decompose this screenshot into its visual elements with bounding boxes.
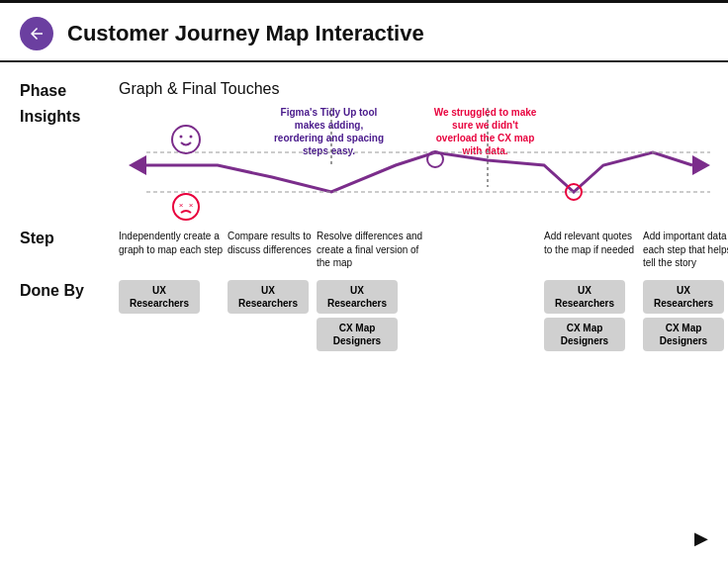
step-label: Step [20, 230, 119, 247]
badge-1-1: UXResearchers [119, 280, 200, 314]
steps-container: Independently create a graph to map each… [119, 230, 728, 270]
cursor-arrow: ▶ [694, 527, 708, 549]
badge-2-1: UXResearchers [228, 280, 309, 314]
insights-label: Insights [20, 106, 119, 126]
doneby-col-5: UXResearchers CX MapDesigners [544, 280, 643, 351]
doneby-label: Done By [20, 280, 119, 300]
svg-point-4 [172, 126, 200, 153]
doneby-col-1: UXResearchers [119, 280, 228, 314]
insights-row: Insights Figma's Tidy Up tool makes addi… [20, 106, 708, 222]
badge-3-2: CX MapDesigners [317, 318, 398, 351]
badge-5-1: UXResearchers [544, 280, 625, 314]
doneby-col-2: UXResearchers [228, 280, 317, 314]
journey-map-svg: × × [119, 108, 728, 222]
page-title: Customer Journey Map Interactive [67, 21, 424, 47]
step-gap [430, 230, 544, 270]
phase-label: Phase [20, 80, 119, 100]
doneby-col-6: UXResearchers CX MapDesigners [643, 280, 728, 351]
step-3: Resolve differences and create a final v… [317, 230, 430, 270]
svg-text:×: × [179, 201, 184, 210]
journey-map-container: × × [119, 108, 728, 222]
step-row: Step Independently create a graph to map… [20, 230, 708, 270]
step-6: Add important data to each step that hel… [643, 230, 728, 270]
step-5: Add relevant quotes to the map if needed [544, 230, 643, 270]
svg-point-5 [180, 136, 183, 139]
doneby-col-3: UXResearchers CX MapDesigners [317, 280, 430, 351]
header: Customer Journey Map Interactive [0, 3, 728, 62]
step-1: Independently create a graph to map each… [119, 230, 228, 270]
left-arrow-icon [129, 155, 146, 175]
content-area: Phase Graph & Final Touches Insights Fig… [0, 62, 728, 351]
svg-text:×: × [189, 201, 194, 210]
insights-content: Figma's Tidy Up tool makes adding, reord… [119, 106, 728, 222]
badge-6-2: CX MapDesigners [643, 318, 724, 351]
doneby-row: Done By UXResearchers UXResearchers UXRe… [20, 280, 708, 351]
badge-6-1: UXResearchers [643, 280, 724, 314]
right-arrow-icon [692, 155, 710, 175]
phase-row: Phase Graph & Final Touches [20, 80, 708, 100]
badge-5-2: CX MapDesigners [544, 318, 625, 351]
doneby-content: UXResearchers UXResearchers UXResearcher… [119, 280, 728, 351]
svg-point-7 [173, 194, 199, 220]
back-icon [28, 25, 46, 43]
step-2: Compare results to discuss differences [228, 230, 317, 270]
phase-value: Graph & Final Touches [119, 80, 279, 98]
upper-journey-line [146, 152, 692, 192]
svg-point-6 [190, 136, 193, 139]
back-button[interactable] [20, 17, 53, 50]
badge-3-1: UXResearchers [317, 280, 398, 314]
